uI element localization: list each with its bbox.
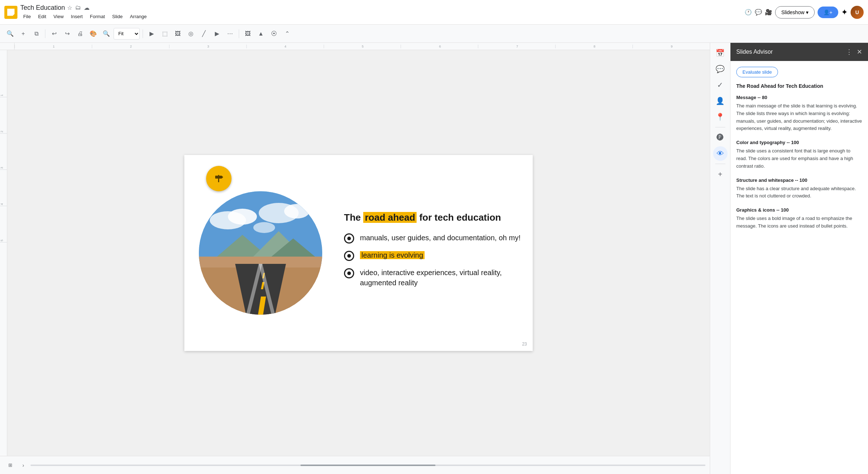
chat-icon-btn[interactable]: 💬 xyxy=(713,62,728,76)
menu-format[interactable]: Format xyxy=(87,12,108,21)
print-button[interactable]: 🖨 xyxy=(74,28,86,40)
add-icon-btn[interactable]: + xyxy=(713,167,728,181)
ruler-row: 1 2 3 4 5 6 7 8 9 xyxy=(0,43,710,50)
svg-point-4 xyxy=(284,204,310,218)
slide-left xyxy=(184,155,337,351)
yellow-signpost-icon xyxy=(206,166,232,191)
slide-canvas-area[interactable]: The road ahead for tech education manual… xyxy=(7,50,710,456)
slide-panel: 1 2 3 4 5 6 7 8 9 1 2 3 4 5 xyxy=(0,43,710,474)
zoom-search-button[interactable]: 🔍 xyxy=(4,28,16,40)
expand-panel-button[interactable]: › xyxy=(19,461,28,470)
menu-file[interactable]: File xyxy=(20,12,34,21)
ruler-mark-8: 8 xyxy=(555,45,632,48)
slide-workspace: 1 2 3 4 5 xyxy=(0,50,710,456)
advisor-more-icon[interactable]: ⋮ xyxy=(846,48,852,56)
calendar-icon-btn[interactable]: 📅 xyxy=(713,46,728,60)
main-area: 1 2 3 4 5 6 7 8 9 1 2 3 4 5 xyxy=(0,43,868,474)
fill-tool[interactable]: ▲ xyxy=(255,28,267,40)
evaluate-slide-button[interactable]: Evaluate slide xyxy=(736,67,778,77)
star-icon[interactable]: ☆ xyxy=(67,4,72,11)
circle-image xyxy=(199,191,322,315)
slide-right: The road ahead for tech education manual… xyxy=(337,201,533,305)
history-icon[interactable]: 🕐 xyxy=(745,9,752,16)
ruler-mark-3: 3 xyxy=(169,45,246,48)
avatar[interactable]: U xyxy=(851,6,864,19)
side-ruler-mark-4: 4 xyxy=(0,170,7,206)
workspace-icon-btn[interactable]: 🅟 xyxy=(713,130,728,145)
video-tool[interactable]: ▶ xyxy=(211,28,223,40)
undo-button[interactable]: ↩ xyxy=(48,28,60,40)
select-tool[interactable]: ▶ xyxy=(146,28,157,40)
bullet-list: manuals, user guides, and documentation,… xyxy=(344,233,522,288)
ruler-mark-6: 6 xyxy=(401,45,478,48)
line-tool[interactable]: ╱ xyxy=(198,28,210,40)
advisor-section-text-message: The main message of the slide is that le… xyxy=(736,102,862,132)
chevron-down-icon: ▾ xyxy=(806,9,808,15)
grid-view-button[interactable]: ⊞ xyxy=(4,459,16,471)
road-svg xyxy=(199,191,322,315)
ruler-marks: 1 2 3 4 5 6 7 8 9 xyxy=(15,45,710,48)
slide-content: The road ahead for tech education manual… xyxy=(184,155,533,351)
advisor-section-graphics: Graphics & icons -- 100 The slide uses a… xyxy=(736,207,862,230)
collapse-tool[interactable]: ⌃ xyxy=(281,28,293,40)
comment-icon[interactable]: 💬 xyxy=(755,9,762,16)
ruler-mark-9: 9 xyxy=(632,45,710,48)
menu-insert[interactable]: Insert xyxy=(68,12,86,21)
bullet-item-1: manuals, user guides, and documentation,… xyxy=(344,233,522,244)
advisor-section-structure: Structure and whitespace -- 100 The slid… xyxy=(736,177,862,200)
zoom-select[interactable]: Fit 50% 75% 100% xyxy=(114,28,140,40)
slide-title-end: for tech education xyxy=(417,212,501,223)
horizontal-scrollbar[interactable] xyxy=(30,465,705,466)
add-button[interactable]: + xyxy=(17,28,29,40)
right-icon-divider-2 xyxy=(715,164,725,164)
eye-icon-btn[interactable]: 👁 xyxy=(713,146,728,161)
menu-slide[interactable]: Slide xyxy=(109,12,126,21)
bullet-dot-3 xyxy=(347,271,351,275)
bullet-item-2: learning is evolving xyxy=(344,250,522,261)
folder-icon[interactable]: 🗂 xyxy=(75,4,81,11)
slide-title-start: The xyxy=(344,212,363,223)
bullet-icon-2 xyxy=(344,251,354,261)
document-title[interactable]: Tech Education xyxy=(20,4,65,12)
cloud-icon[interactable]: ☁ xyxy=(84,4,90,11)
duplicate-button[interactable]: ⧉ xyxy=(30,28,42,40)
title-row: Tech Education ☆ 🗂 ☁ xyxy=(20,4,150,12)
ruler-mark-1: 1 xyxy=(15,45,92,48)
format-paint-button[interactable]: 🎨 xyxy=(87,28,99,40)
share-button[interactable]: 👤+ xyxy=(818,7,838,18)
redo-button[interactable]: ↪ xyxy=(61,28,73,40)
toolbar-divider-2 xyxy=(143,29,143,38)
bg-tool[interactable]: 🖼 xyxy=(242,28,254,40)
slide[interactable]: The road ahead for tech education manual… xyxy=(184,155,533,351)
slideshow-button[interactable]: Slideshow ▾ xyxy=(775,6,815,19)
bullet-text-2: learning is evolving xyxy=(360,250,425,260)
magic-icon[interactable]: ✦ xyxy=(841,8,848,17)
svg-marker-19 xyxy=(222,176,223,179)
bullet-icon-1 xyxy=(344,233,354,244)
menu-view[interactable]: View xyxy=(50,12,66,21)
menu-arrange[interactable]: Arrange xyxy=(127,12,150,21)
menu-edit[interactable]: Edit xyxy=(35,12,49,21)
advisor-close-icon[interactable]: ✕ xyxy=(857,48,862,56)
bottom-strip: ⊞ › xyxy=(0,456,710,474)
slideshow-label: Slideshow xyxy=(781,9,804,15)
select-frame-tool[interactable]: ⬚ xyxy=(159,28,171,40)
advisor-section-text-structure: The slide has a clear structure and adeq… xyxy=(736,185,862,200)
tasks-icon-btn[interactable]: ✓ xyxy=(713,78,728,92)
circle-fill-tool[interactable]: ⦿ xyxy=(268,28,280,40)
more-tools[interactable]: ⋯ xyxy=(224,28,236,40)
advisor-section-title-graphics: Graphics & icons -- 100 xyxy=(736,207,862,213)
advisor-panel: Slides Advisor ⋮ ✕ Evaluate slide The Ro… xyxy=(730,43,868,474)
svg-point-2 xyxy=(228,209,257,225)
maps-icon-btn[interactable]: 📍 xyxy=(713,110,728,124)
image-tool[interactable]: 🖼 xyxy=(172,28,184,40)
side-ruler-mark-1: 1 xyxy=(0,61,7,97)
contacts-icon-btn[interactable]: 👤 xyxy=(713,94,728,108)
shape-tool[interactable]: ◎ xyxy=(185,28,197,40)
svg-rect-18 xyxy=(215,176,222,179)
zoom-out-button[interactable]: 🔍 xyxy=(101,28,112,40)
ruler-mark-4: 4 xyxy=(246,45,324,48)
bullet-text-1: manuals, user guides, and documentation,… xyxy=(360,233,520,243)
toolbar-divider-1 xyxy=(45,29,45,38)
video-icon[interactable]: 🎥 xyxy=(765,9,772,16)
